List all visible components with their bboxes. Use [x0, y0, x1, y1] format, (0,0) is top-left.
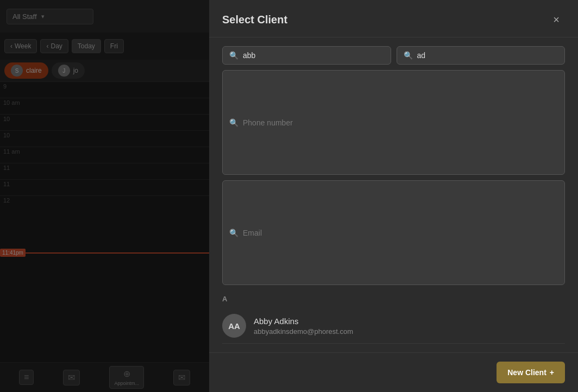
- search-icon: 🔍: [229, 51, 238, 60]
- search-name-input[interactable]: [243, 51, 384, 60]
- client-info: Abby Adkins abbyadkinsdemo@phorest.com: [254, 317, 353, 336]
- search-email-input[interactable]: [243, 229, 558, 237]
- section-letter-a: A: [222, 295, 565, 303]
- search-phone-input[interactable]: [243, 118, 558, 127]
- search-row-name: 🔍 🔍: [222, 46, 565, 65]
- search-icon3: 🔍: [229, 118, 238, 127]
- new-client-button[interactable]: New Client +: [497, 362, 565, 383]
- client-list-item[interactable]: AA Abby Adkins abbyadkinsdemo@phorest.co…: [222, 308, 565, 344]
- select-client-modal: Select Client × 🔍 🔍 🔍 🔍 A: [209, 0, 578, 392]
- search-email-field[interactable]: 🔍: [222, 180, 565, 285]
- new-client-label: New Client: [507, 368, 546, 377]
- avatar-initials: AA: [228, 321, 240, 331]
- search-icon4: 🔍: [229, 229, 238, 237]
- modal-title: Select Client: [222, 14, 287, 26]
- plus-icon: +: [550, 368, 554, 377]
- search-last-field[interactable]: 🔍: [397, 46, 566, 65]
- search-name-field[interactable]: 🔍: [222, 46, 391, 65]
- search-last-input[interactable]: [417, 51, 558, 60]
- modal-header: Select Client ×: [209, 0, 578, 37]
- modal-body: 🔍 🔍 🔍 🔍 A AA Abby Adkins: [209, 37, 578, 352]
- modal-footer: New Client +: [209, 352, 578, 392]
- client-email: abbyadkinsdemo@phorest.com: [254, 327, 353, 336]
- modal-close-button[interactable]: ×: [548, 11, 565, 28]
- search-phone-field[interactable]: 🔍: [222, 70, 565, 175]
- close-icon: ×: [553, 14, 560, 26]
- search-icon2: 🔍: [404, 51, 413, 60]
- client-name: Abby Adkins: [254, 317, 353, 326]
- avatar: AA: [222, 314, 246, 338]
